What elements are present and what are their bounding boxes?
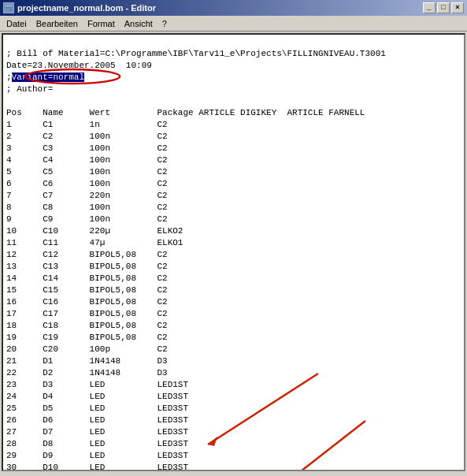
close-button[interactable]: × xyxy=(451,2,464,13)
row-29: 29 D9 LED LED3ST xyxy=(6,451,188,460)
row-26: 26 D6 LED LED3ST xyxy=(6,415,188,425)
editor-content: ; Bill of Material=C:\Programme\IBF\Tarv… xyxy=(3,35,464,471)
menu-datei[interactable]: Datei xyxy=(2,17,32,30)
variant-highlight: Variant=normal xyxy=(12,73,84,82)
header-line-3: ;Variant=normal xyxy=(6,73,84,82)
header-line-1: ; Bill of Material=C:\Programme\IBF\Tarv… xyxy=(6,49,386,58)
maximize-button[interactable]: □ xyxy=(437,2,450,13)
row-21: 21 D1 1N4148 D3 xyxy=(6,356,168,366)
row-24: 24 D4 LED LED3ST xyxy=(6,392,188,401)
column-header: Pos Name Wert Package ARTICLE DIGIKEY AR… xyxy=(6,108,365,117)
row-22: 22 D2 1N4148 D3 xyxy=(6,368,168,377)
row-23: 23 D3 LED LED1ST xyxy=(6,380,188,389)
row-11: 11 C11 47µ ELKO1 xyxy=(6,238,183,247)
row-20: 20 C20 100p C2 xyxy=(6,344,168,354)
row-7: 7 C7 220n C2 xyxy=(6,191,168,200)
row-19: 19 C19 BIPOL5,08 C2 xyxy=(6,333,168,342)
row-14: 14 C14 BIPOL5,08 C2 xyxy=(6,273,168,283)
menu-help[interactable]: ? xyxy=(158,17,172,30)
row-8: 8 C8 100n C2 xyxy=(6,203,168,212)
row-27: 27 D7 LED LED3ST xyxy=(6,427,188,437)
row-1: 1 C1 1n C2 xyxy=(6,120,168,129)
header-line-2: Date=23.November.2005 10:09 xyxy=(6,61,152,70)
row-6: 6 C6 100n C2 xyxy=(6,179,168,188)
row-16: 16 C16 BIPOL5,08 C2 xyxy=(6,297,168,307)
title-bar: projectname_normal.bom - Editor _ □ × xyxy=(0,0,467,16)
window-controls: _ □ × xyxy=(423,2,464,13)
editor-area[interactable]: ; Bill of Material=C:\Programme\IBF\Tarv… xyxy=(2,33,465,471)
blank-line xyxy=(6,96,12,106)
row-30: 30 D10 LED LED3ST xyxy=(6,463,188,471)
minimize-button[interactable]: _ xyxy=(423,2,435,13)
row-9: 9 C9 100n C2 xyxy=(6,214,168,224)
row-17: 17 C17 BIPOL5,08 C2 xyxy=(6,309,168,318)
row-18: 18 C18 BIPOL5,08 C2 xyxy=(6,321,168,330)
row-13: 13 C13 BIPOL5,08 C2 xyxy=(6,262,168,271)
row-4: 4 C4 100n C2 xyxy=(6,155,168,165)
menu-format[interactable]: Format xyxy=(83,17,120,30)
row-15: 15 C15 BIPOL5,08 C2 xyxy=(6,285,168,295)
svg-rect-1 xyxy=(6,5,12,7)
window-title: projectname_normal.bom - Editor xyxy=(17,3,420,13)
row-10: 10 C10 220µ ELKO2 xyxy=(6,226,183,236)
menu-ansicht[interactable]: Ansicht xyxy=(120,17,158,30)
row-25: 25 D5 LED LED3ST xyxy=(6,403,188,413)
row-12: 12 C12 BIPOL5,08 C2 xyxy=(6,250,168,259)
row-3: 3 C3 100n C2 xyxy=(6,143,168,153)
menu-bearbeiten[interactable]: Bearbeiten xyxy=(32,17,83,30)
window-icon xyxy=(3,2,14,13)
menu-bar: Datei Bearbeiten Format Ansicht ? xyxy=(0,16,467,32)
row-2: 2 C2 100n C2 xyxy=(6,132,168,141)
header-line-4: ; Author= xyxy=(6,84,53,94)
row-5: 5 C5 100n C2 xyxy=(6,167,168,177)
row-28: 28 D8 LED LED3ST xyxy=(6,439,188,448)
